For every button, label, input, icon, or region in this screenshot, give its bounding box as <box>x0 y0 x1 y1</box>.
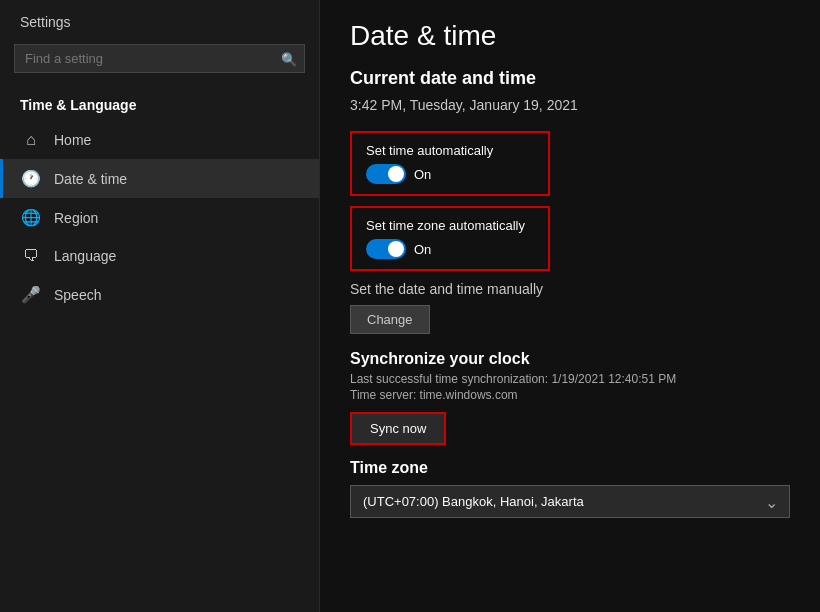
microphone-icon: 🎤 <box>20 285 42 304</box>
sidebar-item-speech[interactable]: 🎤 Speech <box>0 275 319 314</box>
sidebar-item-home[interactable]: ⌂ Home <box>0 121 319 159</box>
search-container: 🔍 <box>14 44 305 73</box>
timezone-wrapper: (UTC+07:00) Bangkok, Hanoi, Jakarta <box>350 485 790 518</box>
language-icon: 🗨 <box>20 247 42 265</box>
sidebar-item-language[interactable]: 🗨 Language <box>0 237 319 275</box>
globe-icon: 🌐 <box>20 208 42 227</box>
set-timezone-auto-label: Set time zone automatically <box>366 218 534 233</box>
sync-title: Synchronize your clock <box>350 350 790 368</box>
set-timezone-auto-box: Set time zone automatically On <box>350 206 550 271</box>
clock-icon: 🕐 <box>20 169 42 188</box>
main-content: Date & time Current date and time 3:42 P… <box>320 0 820 612</box>
sync-now-button[interactable]: Sync now <box>350 412 446 445</box>
current-time-display: 3:42 PM, Tuesday, January 19, 2021 <box>350 97 790 113</box>
sidebar-label-language: Language <box>54 248 116 264</box>
settings-header: Settings <box>0 0 319 40</box>
sync-server-info: Time server: time.windows.com <box>350 388 790 402</box>
timezone-label: Time zone <box>350 459 790 477</box>
sidebar: Settings 🔍 Time & Language ⌂ Home 🕐 Date… <box>0 0 320 612</box>
set-time-auto-row: On <box>366 164 534 184</box>
set-time-auto-box: Set time automatically On <box>350 131 550 196</box>
search-icon: 🔍 <box>281 51 297 66</box>
sidebar-label-speech: Speech <box>54 287 101 303</box>
set-time-auto-value: On <box>414 167 431 182</box>
search-input[interactable] <box>14 44 305 73</box>
sidebar-item-date-time[interactable]: 🕐 Date & time <box>0 159 319 198</box>
home-icon: ⌂ <box>20 131 42 149</box>
set-timezone-auto-value: On <box>414 242 431 257</box>
set-time-auto-toggle[interactable] <box>366 164 406 184</box>
sidebar-section-title: Time & Language <box>0 87 319 121</box>
set-timezone-auto-row: On <box>366 239 534 259</box>
sidebar-label-date-time: Date & time <box>54 171 127 187</box>
set-time-auto-label: Set time automatically <box>366 143 534 158</box>
sidebar-item-region[interactable]: 🌐 Region <box>0 198 319 237</box>
sidebar-label-region: Region <box>54 210 98 226</box>
sync-last-info: Last successful time synchronization: 1/… <box>350 372 790 386</box>
manual-section-label: Set the date and time manually <box>350 281 790 297</box>
current-date-section-title: Current date and time <box>350 68 790 89</box>
set-timezone-auto-toggle[interactable] <box>366 239 406 259</box>
timezone-select[interactable]: (UTC+07:00) Bangkok, Hanoi, Jakarta <box>350 485 790 518</box>
page-title: Date & time <box>350 20 790 52</box>
change-button[interactable]: Change <box>350 305 430 334</box>
sidebar-label-home: Home <box>54 132 91 148</box>
